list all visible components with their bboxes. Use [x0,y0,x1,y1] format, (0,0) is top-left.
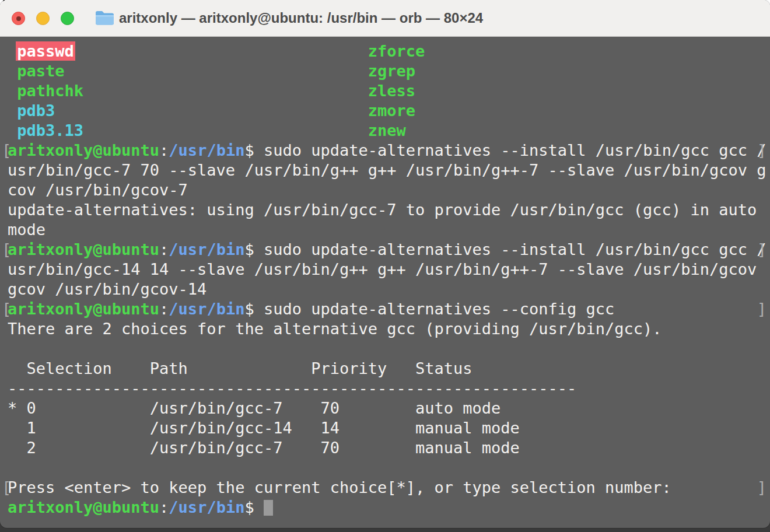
terminal-line: * 0 /usr/bin/gcc-7 70 auto mode [8,398,770,418]
terminal-text [65,62,368,80]
minimize-button[interactable] [36,12,50,25]
terminal-line: mode [8,220,770,240]
terminal-text: zforce [368,42,425,60]
terminal-window: aritxonly — aritxonly@ubuntu: /usr/bin —… [0,0,770,528]
terminal-line: [Press <enter> to keep the current choic… [8,478,770,498]
terminal-cursor [264,500,273,516]
terminal-text: zmore [368,102,415,120]
terminal-text: : [159,498,169,516]
terminal-text: Press <enter> to keep the current choice… [8,478,681,496]
terminal-line [8,458,770,478]
terminal-text: pdb3.13 [17,121,83,139]
terminal-text [8,102,17,120]
terminal-text: znew [368,121,406,139]
prompt-mark-open: [ [2,299,11,319]
terminal-line: update-alternatives: using /usr/bin/gcc-… [8,200,770,220]
terminal-line: paste zgrep [8,61,770,81]
terminal-text: /usr/bin [169,141,244,159]
terminal-line: [aritxonly@ubuntu:/usr/bin$ sudo update-… [8,240,770,260]
terminal-line: pdb3.13 znew [8,121,770,141]
terminal-text: 1 /usr/bin/gcc-14 14 manual mode [8,419,520,437]
terminal-text: paste [17,62,64,80]
unsaved-dot-icon [16,16,21,21]
terminal-text: /usr/bin [169,240,244,258]
terminal-line: 2 /usr/bin/gcc-7 70 manual mode [8,438,770,458]
terminal-text [83,121,368,139]
terminal-line: pdb3 zmore [8,101,770,121]
terminal-line: There are 2 choices for the alternative … [8,319,770,339]
terminal-text: $ sudo update-alternatives --install /us… [244,240,766,258]
terminal-text: : [159,240,169,258]
prompt-mark-close: ] [757,240,766,260]
titlebar[interactable]: aritxonly — aritxonly@ubuntu: /usr/bin —… [0,0,770,37]
terminal-line: 1 /usr/bin/gcc-14 14 manual mode [8,418,770,438]
window-title: aritxonly — aritxonly@ubuntu: /usr/bin —… [119,0,483,36]
terminal-text [74,42,368,60]
terminal-text: aritxonly@ubuntu [8,240,159,258]
prompt-mark-open: [ [2,478,11,498]
terminal-line: usr/bin/gcc-14 14 --slave /usr/bin/g++ g… [8,260,770,279]
terminal-text [8,82,17,100]
terminal-text: usr/bin/gcc-14 14 --slave /usr/bin/g++ g… [8,260,757,278]
terminal-text: $ [244,498,264,516]
terminal-line: pathchk zless [8,81,770,101]
terminal-line: aritxonly@ubuntu:/usr/bin$ [8,498,770,517]
terminal-text: : [159,141,169,159]
terminal-text: aritxonly@ubuntu [8,498,159,516]
terminal-text [8,62,17,80]
terminal-text: aritxonly@ubuntu [8,141,159,159]
terminal-line: [aritxonly@ubuntu:/usr/bin$ sudo update-… [8,141,770,160]
terminal-text [83,82,368,100]
terminal-line: Selection Path Priority Status [8,359,770,379]
terminal-text: 2 /usr/bin/gcc-7 70 manual mode [8,439,520,457]
terminal-text: $ sudo update-alternatives --config gcc [244,300,614,318]
terminal-text: ----------------------------------------… [8,379,576,397]
terminal-text: cov /usr/bin/gcov-7 [8,181,188,199]
terminal-screen[interactable]: passwd zforce paste zgrep pathchk zless … [0,37,770,528]
terminal-text: $ sudo update-alternatives --install /us… [244,141,766,159]
terminal-text: There are 2 choices for the alternative … [8,320,662,338]
terminal-text: : [159,300,169,318]
terminal-line: [aritxonly@ubuntu:/usr/bin$ sudo update-… [8,299,770,319]
terminal-text: * 0 /usr/bin/gcc-7 70 auto mode [8,399,501,417]
terminal-text: /usr/bin [169,498,244,516]
terminal-text: gcov /usr/bin/gcov-14 [8,280,206,298]
prompt-mark-open: [ [2,240,11,260]
terminal-text: pathchk [17,82,83,100]
terminal-text: aritxonly@ubuntu [8,300,159,318]
terminal-text: usr/bin/gcc-7 70 --slave /usr/bin/g++ g+… [8,161,766,179]
terminal-text: update-alternatives: using /usr/bin/gcc-… [8,201,757,219]
terminal-text [8,121,17,139]
terminal-line: passwd zforce [8,41,770,61]
close-button[interactable] [12,12,25,25]
terminal-line: ----------------------------------------… [8,379,770,398]
terminal-text: zgrep [368,62,415,80]
terminal-line [8,339,770,359]
prompt-mark-close: ] [757,478,766,498]
search-highlight: passwd [16,41,75,61]
terminal-line: usr/bin/gcc-7 70 --slave /usr/bin/g++ g+… [8,160,770,180]
terminal-line: gcov /usr/bin/gcov-14 [8,279,770,299]
prompt-mark-close: ] [757,141,766,160]
terminal-text [55,102,368,120]
prompt-mark-open: [ [2,141,11,160]
terminal-text: pdb3 [17,102,55,120]
zoom-button[interactable] [61,12,74,25]
terminal-text: Selection Path Priority Status [8,359,473,377]
prompt-mark-close: ] [757,299,766,319]
terminal-text: mode [8,220,46,239]
terminal-line: cov /usr/bin/gcov-7 [8,180,770,200]
terminal-text: zless [368,82,415,100]
terminal-text: /usr/bin [169,300,244,318]
folder-icon[interactable] [94,10,114,26]
